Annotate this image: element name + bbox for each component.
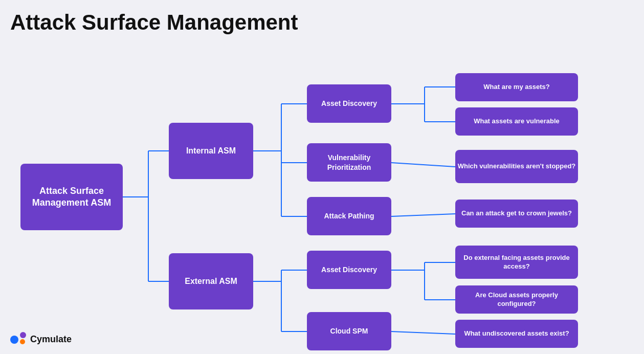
undiscovered-box: What undiscovered assets exist?	[455, 320, 578, 348]
logo-area: Cymulate	[10, 334, 72, 345]
logo-circles	[10, 335, 26, 344]
svg-line-23	[391, 331, 455, 334]
logo-dot-blue	[10, 336, 18, 344]
internal-asm-box: Internal ASM	[169, 123, 253, 179]
what-assets-box: What are my assets?	[455, 73, 578, 101]
diagram-container: Attack Surface Management ASM Internal A…	[10, 38, 639, 345]
svg-line-18	[391, 214, 455, 216]
svg-line-17	[391, 163, 455, 167]
logo-dot-orange	[20, 339, 25, 344]
vuln-prioritization-box: Vulnerability Prioritization	[307, 143, 391, 182]
attack-crown-box: Can an attack get to crown jewels?	[455, 200, 578, 228]
asset-discovery-1-box: Asset Discovery	[307, 84, 391, 123]
which-vuln-box: Which vulnerabilities aren't stopped?	[455, 150, 578, 183]
page-title: Attack Surface Management	[10, 10, 298, 35]
what-vulnerable-box: What assets are vulnerable	[455, 107, 578, 136]
external-asm-box: External ASM	[169, 253, 253, 309]
cloud-config-box: Are Cloud assets properly configured?	[455, 285, 578, 314]
attack-pathing-box: Attack Pathing	[307, 197, 391, 235]
cloud-spm-box: Cloud SPM	[307, 312, 391, 350]
external-access-box: Do external facing assets provide access…	[455, 246, 578, 279]
logo-text: Cymulate	[30, 334, 72, 345]
asset-discovery-2-box: Asset Discovery	[307, 251, 391, 289]
logo-dot-purple	[20, 332, 26, 338]
root-box: Attack Surface Management ASM	[20, 164, 123, 230]
